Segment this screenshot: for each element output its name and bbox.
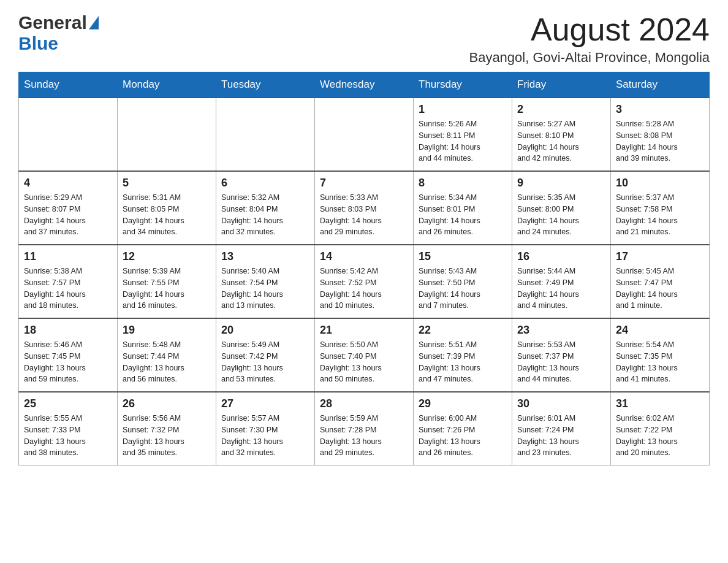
- day-info: Sunrise: 5:49 AM Sunset: 7:42 PM Dayligh…: [221, 339, 309, 385]
- day-info: Sunrise: 5:39 AM Sunset: 7:55 PM Dayligh…: [123, 266, 211, 312]
- calendar-cell: 4Sunrise: 5:29 AM Sunset: 8:07 PM Daylig…: [19, 171, 118, 245]
- day-number: 29: [419, 397, 507, 410]
- day-number: 27: [221, 397, 309, 410]
- day-number: 28: [320, 397, 408, 410]
- day-info: Sunrise: 5:33 AM Sunset: 8:03 PM Dayligh…: [320, 192, 408, 238]
- day-info: Sunrise: 5:37 AM Sunset: 7:58 PM Dayligh…: [616, 192, 704, 238]
- day-number: 6: [221, 177, 309, 190]
- day-info: Sunrise: 5:50 AM Sunset: 7:40 PM Dayligh…: [320, 339, 408, 385]
- day-info: Sunrise: 5:40 AM Sunset: 7:54 PM Dayligh…: [221, 266, 309, 312]
- day-info: Sunrise: 5:56 AM Sunset: 7:32 PM Dayligh…: [123, 413, 211, 459]
- day-number: 8: [419, 177, 507, 190]
- weekday-header-friday: Friday: [512, 72, 611, 98]
- day-info: Sunrise: 6:01 AM Sunset: 7:24 PM Dayligh…: [517, 413, 605, 459]
- day-number: 11: [24, 250, 112, 263]
- calendar-cell: 13Sunrise: 5:40 AM Sunset: 7:54 PM Dayli…: [216, 245, 315, 318]
- weekday-header-monday: Monday: [118, 72, 216, 98]
- calendar-cell: 14Sunrise: 5:42 AM Sunset: 7:52 PM Dayli…: [315, 245, 414, 318]
- calendar-table: SundayMondayTuesdayWednesdayThursdayFrid…: [18, 72, 710, 465]
- day-info: Sunrise: 5:27 AM Sunset: 8:10 PM Dayligh…: [517, 118, 605, 164]
- calendar-cell: 17Sunrise: 5:45 AM Sunset: 7:47 PM Dayli…: [611, 245, 710, 318]
- day-number: 26: [123, 397, 211, 410]
- calendar-header: SundayMondayTuesdayWednesdayThursdayFrid…: [19, 72, 710, 98]
- page-header: General Blue August 2024 Bayangol, Govi-…: [18, 12, 710, 66]
- calendar-cell: 16Sunrise: 5:44 AM Sunset: 7:49 PM Dayli…: [512, 245, 611, 318]
- day-number: 30: [517, 397, 605, 410]
- calendar-cell: 24Sunrise: 5:54 AM Sunset: 7:35 PM Dayli…: [611, 318, 710, 392]
- calendar-cell: 20Sunrise: 5:49 AM Sunset: 7:42 PM Dayli…: [216, 318, 315, 392]
- logo-arrow-icon: [89, 16, 99, 29]
- logo-blue-text: Blue: [18, 33, 58, 53]
- calendar-week-row: 18Sunrise: 5:46 AM Sunset: 7:45 PM Dayli…: [19, 318, 710, 392]
- day-info: Sunrise: 5:48 AM Sunset: 7:44 PM Dayligh…: [123, 339, 211, 385]
- day-number: 15: [419, 250, 507, 263]
- calendar-cell: 10Sunrise: 5:37 AM Sunset: 7:58 PM Dayli…: [611, 171, 710, 245]
- day-info: Sunrise: 5:53 AM Sunset: 7:37 PM Dayligh…: [517, 339, 605, 385]
- calendar-cell: [315, 98, 414, 171]
- weekday-header-sunday: Sunday: [19, 72, 118, 98]
- month-title: August 2024: [469, 12, 710, 47]
- day-info: Sunrise: 5:32 AM Sunset: 8:04 PM Dayligh…: [221, 192, 309, 238]
- calendar-cell: 29Sunrise: 6:00 AM Sunset: 7:26 PM Dayli…: [414, 392, 512, 465]
- calendar-cell: 23Sunrise: 5:53 AM Sunset: 7:37 PM Dayli…: [512, 318, 611, 392]
- weekday-header-tuesday: Tuesday: [216, 72, 315, 98]
- calendar-cell: 5Sunrise: 5:31 AM Sunset: 8:05 PM Daylig…: [118, 171, 216, 245]
- day-info: Sunrise: 5:35 AM Sunset: 8:00 PM Dayligh…: [517, 192, 605, 238]
- calendar-cell: 15Sunrise: 5:43 AM Sunset: 7:50 PM Dayli…: [414, 245, 512, 318]
- calendar-cell: [216, 98, 315, 171]
- calendar-cell: 31Sunrise: 6:02 AM Sunset: 7:22 PM Dayli…: [611, 392, 710, 465]
- day-info: Sunrise: 5:57 AM Sunset: 7:30 PM Dayligh…: [221, 413, 309, 459]
- weekday-header-saturday: Saturday: [611, 72, 710, 98]
- weekday-header-thursday: Thursday: [414, 72, 512, 98]
- weekday-header-row: SundayMondayTuesdayWednesdayThursdayFrid…: [19, 72, 710, 98]
- day-number: 10: [616, 177, 704, 190]
- calendar-week-row: 25Sunrise: 5:55 AM Sunset: 7:33 PM Dayli…: [19, 392, 710, 465]
- day-number: 17: [616, 250, 704, 263]
- day-info: Sunrise: 5:51 AM Sunset: 7:39 PM Dayligh…: [419, 339, 507, 385]
- day-number: 7: [320, 177, 408, 190]
- day-number: 22: [419, 324, 507, 337]
- calendar-cell: 1Sunrise: 5:26 AM Sunset: 8:11 PM Daylig…: [414, 98, 512, 171]
- calendar-cell: 21Sunrise: 5:50 AM Sunset: 7:40 PM Dayli…: [315, 318, 414, 392]
- day-info: Sunrise: 6:02 AM Sunset: 7:22 PM Dayligh…: [616, 413, 704, 459]
- calendar-week-row: 11Sunrise: 5:38 AM Sunset: 7:57 PM Dayli…: [19, 245, 710, 318]
- calendar-cell: 9Sunrise: 5:35 AM Sunset: 8:00 PM Daylig…: [512, 171, 611, 245]
- day-number: 12: [123, 250, 211, 263]
- calendar-cell: 26Sunrise: 5:56 AM Sunset: 7:32 PM Dayli…: [118, 392, 216, 465]
- day-info: Sunrise: 5:38 AM Sunset: 7:57 PM Dayligh…: [24, 266, 112, 312]
- calendar-cell: 7Sunrise: 5:33 AM Sunset: 8:03 PM Daylig…: [315, 171, 414, 245]
- calendar-cell: [19, 98, 118, 171]
- day-info: Sunrise: 5:34 AM Sunset: 8:01 PM Dayligh…: [419, 192, 507, 238]
- calendar-cell: 2Sunrise: 5:27 AM Sunset: 8:10 PM Daylig…: [512, 98, 611, 171]
- day-number: 14: [320, 250, 408, 263]
- calendar-cell: 12Sunrise: 5:39 AM Sunset: 7:55 PM Dayli…: [118, 245, 216, 318]
- day-info: Sunrise: 5:45 AM Sunset: 7:47 PM Dayligh…: [616, 266, 704, 312]
- day-info: Sunrise: 6:00 AM Sunset: 7:26 PM Dayligh…: [419, 413, 507, 459]
- day-info: Sunrise: 5:43 AM Sunset: 7:50 PM Dayligh…: [419, 266, 507, 312]
- day-number: 1: [419, 103, 507, 116]
- day-info: Sunrise: 5:29 AM Sunset: 8:07 PM Dayligh…: [24, 192, 112, 238]
- location-title: Bayangol, Govi-Altai Province, Mongolia: [469, 50, 710, 66]
- day-number: 4: [24, 177, 112, 190]
- day-info: Sunrise: 5:26 AM Sunset: 8:11 PM Dayligh…: [419, 118, 507, 164]
- calendar-cell: 27Sunrise: 5:57 AM Sunset: 7:30 PM Dayli…: [216, 392, 315, 465]
- day-number: 19: [123, 324, 211, 337]
- calendar-cell: 8Sunrise: 5:34 AM Sunset: 8:01 PM Daylig…: [414, 171, 512, 245]
- weekday-header-wednesday: Wednesday: [315, 72, 414, 98]
- calendar-week-row: 1Sunrise: 5:26 AM Sunset: 8:11 PM Daylig…: [19, 98, 710, 171]
- calendar-body: 1Sunrise: 5:26 AM Sunset: 8:11 PM Daylig…: [19, 98, 710, 465]
- day-info: Sunrise: 5:42 AM Sunset: 7:52 PM Dayligh…: [320, 266, 408, 312]
- day-number: 13: [221, 250, 309, 263]
- calendar-cell: 22Sunrise: 5:51 AM Sunset: 7:39 PM Dayli…: [414, 318, 512, 392]
- day-info: Sunrise: 5:46 AM Sunset: 7:45 PM Dayligh…: [24, 339, 112, 385]
- day-info: Sunrise: 5:31 AM Sunset: 8:05 PM Dayligh…: [123, 192, 211, 238]
- calendar-cell: 18Sunrise: 5:46 AM Sunset: 7:45 PM Dayli…: [19, 318, 118, 392]
- title-block: August 2024 Bayangol, Govi-Altai Provinc…: [469, 12, 710, 66]
- calendar-cell: 11Sunrise: 5:38 AM Sunset: 7:57 PM Dayli…: [19, 245, 118, 318]
- day-number: 24: [616, 324, 704, 337]
- calendar-cell: 6Sunrise: 5:32 AM Sunset: 8:04 PM Daylig…: [216, 171, 315, 245]
- day-number: 16: [517, 250, 605, 263]
- day-number: 5: [123, 177, 211, 190]
- calendar-cell: [118, 98, 216, 171]
- calendar-cell: 28Sunrise: 5:59 AM Sunset: 7:28 PM Dayli…: [315, 392, 414, 465]
